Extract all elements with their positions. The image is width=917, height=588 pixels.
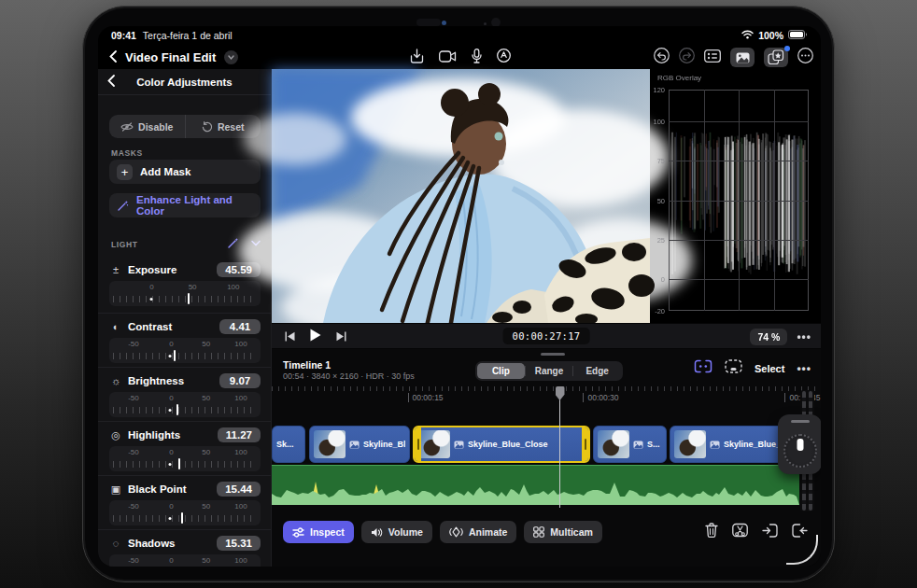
clip-name: Skyline_Blue_Close [468,440,548,449]
slider-value[interactable]: 9.07 [219,373,261,388]
animate-icon [449,526,463,538]
clip-thumbnail [314,430,346,458]
ruler-tick-label: 100 [227,283,239,291]
slider-ruler[interactable]: -50050100 [109,446,261,471]
battery-icon [788,30,808,41]
play-button[interactable] [310,329,321,345]
viewer-more-button[interactable]: ••• [797,330,811,343]
slider-value[interactable]: 15.44 [217,482,261,497]
animate-button[interactable]: Animate [440,521,516,543]
import-icon[interactable] [410,49,424,67]
adjustment-slider: ◐ Contrast 4.41 -50050100 [98,313,272,367]
more-icon[interactable] [797,48,813,67]
scope-title: RGB Overlay [657,74,701,82]
ruler-tick-label: 0 [169,340,173,348]
slider-cursor[interactable] [178,458,180,469]
slider-ticks [113,515,257,522]
timecode-tick: 00:00:30 [583,393,618,402]
back-icon[interactable] [109,49,117,66]
record-audio-icon[interactable] [472,49,482,67]
timeline-track: Sk... Skyline_Blue_Wide Skyline_Blue_Clo… [272,426,815,463]
ruler-tick-label: -50 [128,556,139,565]
trim-handle-right[interactable] [582,427,588,461]
scope-axis-label: -20 [650,307,665,315]
slider-ruler[interactable]: -50050100 [109,338,261,363]
clock: 09:41 [111,30,136,41]
masks-section-label: MASKS [111,148,143,158]
inspect-button[interactable]: Inspect [283,521,354,543]
select-button[interactable]: Select [755,363,784,374]
ruler-tick-label: 100 [234,448,247,456]
ruler-tick-label: 50 [202,502,210,511]
timeline-more-button[interactable]: ••• [797,362,811,375]
clip-tools: Inspect Volume Animate Multicam [283,521,602,543]
connect-icon[interactable] [792,524,808,541]
media-browser-button[interactable] [730,48,755,67]
slider-ruler[interactable]: -50050100 [109,281,261,306]
snapping-icon[interactable] [694,359,712,377]
slider-cursor[interactable] [174,350,176,361]
ruler-tick-label: 100 [234,340,247,348]
slider-value[interactable]: 4.41 [219,319,261,334]
inspect-icon [292,527,304,538]
ruler-tick-label: 50 [189,283,197,291]
video-preview[interactable] [272,69,650,323]
redo-icon[interactable] [679,48,695,67]
slider-ruler[interactable]: -50050100 [109,392,261,417]
scope-axis-label: 120 [650,86,665,94]
enhance-light-color-button[interactable]: Enhance Light and Color [109,193,261,217]
jog-grip[interactable] [791,420,810,423]
mode-range-button[interactable]: Range [526,363,573,379]
slider-cursor[interactable] [181,512,183,524]
timeline-overview-icon[interactable] [725,359,742,377]
mode-clip-button[interactable]: Clip [477,363,525,379]
disable-button[interactable]: Disable [109,115,185,138]
timeline-clip[interactable]: Skyline_Blue_Wide [309,426,410,463]
slider-ruler[interactable]: -50050100 [109,500,261,525]
skip-back-button[interactable] [285,329,295,345]
skip-forward-button[interactable] [336,329,346,345]
clip-media-icon [454,441,464,449]
clip-thumbnail [418,430,450,458]
record-video-icon[interactable] [439,49,457,66]
add-mask-button[interactable]: + Add Mask [109,160,261,184]
slider-ticks [113,353,257,359]
trim-handle-left[interactable] [415,427,421,461]
audio-track[interactable] [272,465,799,505]
project-menu-button[interactable] [224,50,238,64]
timeline-clip[interactable]: Sk... [272,426,305,463]
slider-cursor[interactable] [188,293,190,304]
annotate-icon[interactable] [497,49,511,66]
delete-icon[interactable] [705,523,718,541]
rgb-overlay-scope: RGB Overlay 1201007550250-20 [650,69,821,323]
clip-name: S... [647,440,660,449]
effects-button[interactable] [764,48,788,67]
slider-value[interactable]: 11.27 [218,427,261,442]
clip-thumbnail [674,430,706,458]
volume-button[interactable]: Volume [361,521,432,543]
multicam-button[interactable]: Multicam [524,521,602,543]
slider-name: Exposure [128,264,211,275]
zoom-level-button[interactable]: 74 % [750,329,787,345]
plus-icon: + [117,164,133,180]
status-date: Terça-feira 1 de abril [143,30,233,41]
slider-cursor[interactable] [176,404,178,415]
timeline-resize-handle[interactable] [541,353,565,356]
undo-icon[interactable] [654,48,670,67]
mode-edge-button[interactable]: Edge [573,363,621,379]
slider-ruler[interactable]: -50050100 [109,554,261,567]
jog-dial[interactable] [783,434,817,468]
slider-value[interactable]: 15.31 [217,536,261,551]
jog-wheel[interactable] [778,414,821,474]
timeline-ruler[interactable]: 00:00:1500:00:3000:00:45 [272,386,815,405]
insert-icon[interactable] [762,524,778,541]
timeline-clip[interactable]: Skyline_Blue_Close [413,426,590,463]
inspector-panel-icon[interactable] [704,49,721,66]
slider-name: Brightness [128,375,214,386]
slider-ticks [113,407,257,413]
split-icon[interactable] [732,523,748,541]
volume-icon [371,527,383,538]
slider-icon: ◌ [109,538,122,549]
timeline-clip[interactable]: S... [593,426,667,463]
panel-back-icon[interactable] [107,74,115,91]
